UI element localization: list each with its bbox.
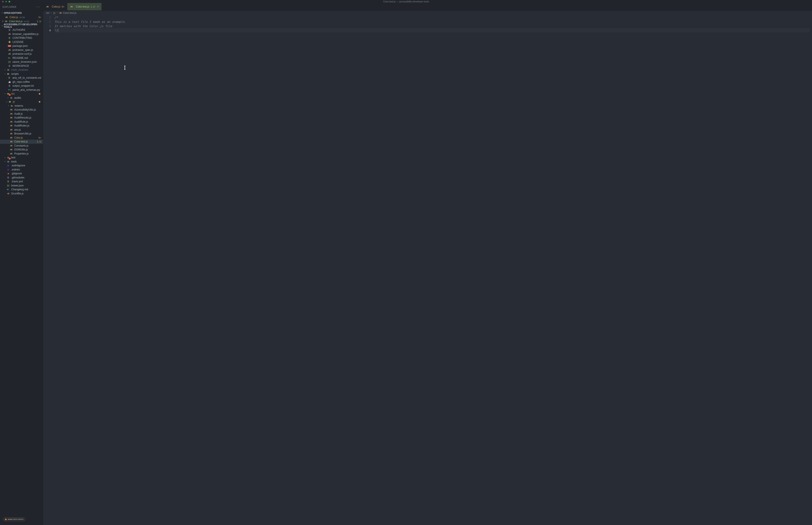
file-name: BrowserUtils.js [14, 132, 31, 135]
folder-name: src [11, 92, 15, 95]
eslint-icon: ◉ [6, 168, 10, 171]
chevron-right-icon [50, 12, 53, 14]
file-item[interactable]: JSAudit.js [0, 112, 43, 116]
folder-item[interactable]: 🗁 scripts [0, 72, 43, 76]
file-item[interactable]: JSBrowserUtils.js [0, 132, 43, 136]
file-item[interactable]: JSProperties.js [0, 152, 43, 156]
open-editor-item[interactable]: × JS Color.test.js src/js 1, U [0, 19, 43, 24]
markdown-icon: M↓ [6, 188, 10, 191]
breadcrumb-item[interactable]: js [54, 12, 55, 14]
file-item[interactable]: npmpackage.json [0, 44, 43, 48]
file-item[interactable]: JSAuditResults.js [0, 116, 43, 120]
window-controls[interactable] [0, 1, 10, 2]
file-item[interactable]: JSConstants.js [0, 144, 43, 148]
modified-badge: 9+ [39, 16, 41, 18]
close-icon[interactable]: × [97, 5, 99, 9]
tab-badge: 1, U [91, 5, 95, 8]
file-item[interactable]: PYparse_aria_schemas.py [0, 88, 43, 92]
file-item[interactable]: JSColor.test.js1, U [0, 140, 43, 144]
file-item[interactable]: ◉.eslintignore [0, 164, 43, 168]
chevron-right-icon [3, 161, 6, 163]
tab-label: Color.js [52, 5, 60, 8]
line-gutter: 1 2 3 4 [43, 15, 54, 525]
file-item[interactable]: JSbrowser_capabilities.js [0, 32, 43, 36]
file-path: src/js [19, 16, 25, 18]
js-icon: JS [8, 48, 11, 51]
folder-name: test [11, 156, 15, 159]
file-item[interactable]: {·}sauce_browsers.json [0, 60, 43, 64]
file-item[interactable]: 🗋.gitmodules [0, 176, 43, 180]
file-item[interactable]: {·}bower.json [0, 184, 43, 188]
more-actions-icon[interactable]: ··· [36, 5, 40, 9]
file-item[interactable]: M↓README.md [0, 56, 43, 60]
mouse-text-cursor [124, 66, 125, 70]
code-text: This is a test file I made as an example… [54, 20, 126, 24]
file-item[interactable]: 🗋aria_rdf_to_constants.xsl [0, 76, 43, 80]
file-item[interactable]: 🐗Gruntfile.js [0, 192, 43, 196]
tab-color-test-js[interactable]: JS Color.test.js 1, U × [67, 3, 102, 10]
file-item[interactable]: 🗋WORKSPACE [0, 64, 43, 68]
file-name: Gruntfile.js [11, 192, 24, 195]
maximize-window-icon[interactable] [9, 1, 10, 2]
file-item[interactable]: M↓Changelog.md [0, 188, 43, 192]
file-item[interactable]: 🏛LICENSE [0, 40, 43, 44]
open-editors-section[interactable]: OPEN EDITORS [0, 11, 43, 15]
open-editor-item[interactable]: JS Color.js src/js 9+ [0, 15, 43, 19]
js-icon: JS [10, 112, 13, 115]
file-item[interactable]: JSDOMUtils.js [0, 148, 43, 152]
breadcrumb-item[interactable]: src [46, 12, 49, 14]
folder-item[interactable]: 🗀 externs [0, 104, 43, 108]
tab-label: Color.test.js [76, 5, 89, 8]
file-name: .eslintignore [11, 164, 25, 167]
file-icon: 🗋 [8, 84, 11, 87]
file-name: sauce_browsers.json [13, 60, 37, 63]
tab-badge: 9+ [62, 5, 64, 8]
file-item[interactable]: ◉.eslintrc [0, 168, 43, 172]
file-item[interactable]: ☕gh_repo.coffee [0, 80, 43, 84]
tab-color-js[interactable]: JS Color.js 9+ [43, 3, 67, 10]
code-editor[interactable]: 1 2 3 4 /* This is a test file I made as… [43, 15, 812, 525]
file-item[interactable]: 🗋.travis.yml [0, 180, 43, 184]
chevron-down-icon [3, 93, 6, 95]
folder-item[interactable]: 🗁 src [0, 92, 43, 96]
breadcrumb-item[interactable]: Color.test.js [63, 12, 76, 14]
folder-item[interactable]: 🗀 audits [0, 96, 43, 100]
folder-item[interactable]: 🗀 node_modules [0, 68, 43, 72]
file-item[interactable]: ◆.gitignore [0, 171, 43, 176]
folder-item[interactable]: 🗀 tools [0, 160, 43, 164]
code-content[interactable]: /* This is a test file I made as an exam… [54, 15, 812, 525]
chevron-down-icon [1, 24, 3, 27]
file-name: LICENSE [13, 41, 24, 44]
file-name: .gitmodules [11, 176, 24, 179]
file-name: bower.json [11, 184, 24, 187]
grunt-icon: 🐗 [6, 192, 10, 195]
file-item[interactable]: JSAccessibilityUtils.js [0, 108, 43, 112]
js-icon: JS [8, 52, 11, 55]
file-item[interactable]: 🗋output_wrapper.txt [0, 84, 43, 88]
file-name: WORKSPACE [13, 64, 29, 68]
text-cursor [58, 29, 58, 32]
file-item[interactable]: 🗋CONTRIBUTING [0, 36, 43, 40]
project-section[interactable]: ACCESSIBILITY-DEVELOPER-TOOLS [0, 23, 43, 28]
minimize-window-icon[interactable] [5, 1, 7, 2]
js-icon: JS [10, 132, 13, 135]
folder-item[interactable]: 🗁 js [0, 100, 43, 104]
modified-dot-icon [39, 101, 40, 103]
file-item[interactable]: JSprotractor_spec.js [0, 48, 43, 52]
file-item[interactable]: JSAuditRule.js [0, 120, 43, 124]
breadcrumbs[interactable]: src js JS Color.test.js [43, 11, 812, 15]
file-item[interactable]: JSprotractor.conf.js [0, 52, 43, 56]
file-item[interactable]: 🗋AUTHORS [0, 28, 43, 32]
file-name: Properties.js [14, 152, 29, 155]
explorer-header: EXPLORER ··· [0, 3, 43, 11]
folder-item[interactable]: 🗀 test [0, 155, 43, 160]
file-name: Color.test.js [9, 20, 23, 23]
close-window-icon[interactable] [2, 1, 4, 2]
folder-icon: 🗀 [10, 96, 13, 99]
untracked-badge: 1, U [37, 20, 41, 22]
file-item[interactable]: JSaxs.js [0, 128, 43, 132]
file-item[interactable]: JSColor.js9+ [0, 136, 43, 140]
close-icon[interactable]: × [1, 20, 4, 23]
workbench: EXPLORER ··· OPEN EDITORS JS Color.js sr… [0, 3, 812, 525]
file-item[interactable]: JSAuditRules.js [0, 124, 43, 128]
